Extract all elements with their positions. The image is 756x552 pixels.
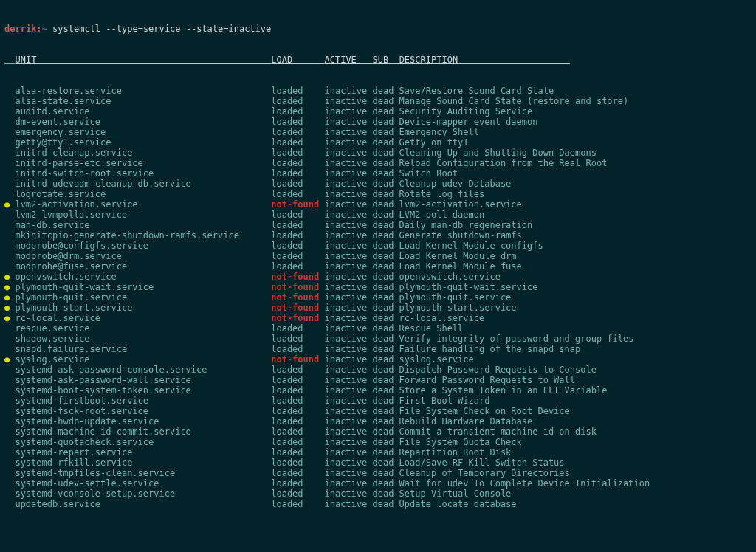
bullet-icon: ● bbox=[4, 344, 10, 354]
description: plymouth-start.service bbox=[399, 303, 517, 313]
bullet-icon: ● bbox=[4, 220, 10, 230]
description: lvm2-activation.service bbox=[399, 199, 522, 210]
sub-state: dead bbox=[372, 365, 399, 375]
active-state: inactive bbox=[324, 230, 372, 241]
sub-state: dead bbox=[372, 416, 399, 427]
load-state: loaded bbox=[271, 416, 324, 427]
prompt-line: derrik:~ systemctl --type=service --stat… bbox=[4, 24, 752, 34]
active-state: inactive bbox=[324, 117, 372, 127]
bullet-icon: ● bbox=[4, 375, 10, 385]
active-state: inactive bbox=[324, 499, 372, 509]
active-state: inactive bbox=[324, 416, 372, 427]
table-row: ● man-db.service loaded inactive dead Da… bbox=[4, 220, 752, 230]
unit-name: initrd-parse-etc.service bbox=[15, 158, 271, 168]
unit-name: shadow.service bbox=[15, 334, 271, 344]
load-state: loaded bbox=[271, 189, 324, 199]
bullet-icon: ● bbox=[4, 158, 10, 168]
active-state: inactive bbox=[324, 427, 372, 437]
sub-state: dead bbox=[372, 385, 399, 396]
load-state: loaded bbox=[271, 179, 324, 189]
load-state: loaded bbox=[271, 385, 324, 396]
unit-name: systemd-ask-password-wall.service bbox=[15, 375, 271, 385]
load-state: loaded bbox=[271, 323, 324, 334]
bullet-icon: ● bbox=[4, 230, 10, 241]
description: Generate shutdown-ramfs bbox=[399, 230, 522, 241]
table-row: ● initrd-udevadm-cleanup-db.service load… bbox=[4, 179, 752, 189]
active-state: inactive bbox=[324, 179, 372, 189]
active-state: inactive bbox=[324, 272, 372, 282]
load-state: loaded bbox=[271, 458, 324, 468]
unit-name: emergency.service bbox=[15, 127, 271, 137]
bullet-icon: ● bbox=[4, 272, 10, 282]
description: Cleanup of Temporary Directories bbox=[399, 468, 570, 478]
unit-name: initrd-switch-root.service bbox=[15, 168, 271, 179]
active-state: inactive bbox=[324, 148, 372, 158]
unit-name: systemd-fsck-root.service bbox=[15, 406, 271, 416]
terminal[interactable]: derrik:~ systemctl --type=service --stat… bbox=[0, 0, 756, 552]
table-row: ● logrotate.service loaded inactive dead… bbox=[4, 189, 752, 199]
active-state: inactive bbox=[324, 96, 372, 106]
unit-name: systemd-machine-id-commit.service bbox=[15, 427, 271, 437]
bullet-icon: ● bbox=[4, 282, 10, 292]
description: Switch Root bbox=[399, 168, 458, 179]
sub-state: dead bbox=[372, 396, 399, 406]
active-state: inactive bbox=[324, 406, 372, 416]
active-state: inactive bbox=[324, 489, 372, 499]
table-row: ● initrd-cleanup.service loaded inactive… bbox=[4, 148, 752, 158]
load-state: not-found bbox=[271, 313, 324, 323]
table-row: ● plymouth-quit-wait.service not-found i… bbox=[4, 282, 752, 292]
table-row: ● systemd-ask-password-console.service l… bbox=[4, 365, 752, 375]
bullet-icon: ● bbox=[4, 396, 10, 406]
load-state: loaded bbox=[271, 230, 324, 241]
bullet-icon: ● bbox=[4, 137, 10, 148]
prompt-user: derrik bbox=[4, 24, 36, 34]
description: plymouth-quit.service bbox=[399, 292, 512, 303]
bullet-icon: ● bbox=[4, 96, 10, 106]
unit-name: alsa-state.service bbox=[15, 96, 271, 106]
table-row: ● getty@tty1.service loaded inactive dea… bbox=[4, 137, 752, 148]
bullet-icon: ● bbox=[4, 499, 10, 509]
description: File System Check on Root Device bbox=[399, 406, 570, 416]
load-state: loaded bbox=[271, 365, 324, 375]
active-state: inactive bbox=[324, 313, 372, 323]
load-state: loaded bbox=[271, 86, 324, 96]
sub-state: dead bbox=[372, 303, 399, 313]
table-row: ● systemd-hwdb-update.service loaded ina… bbox=[4, 416, 752, 427]
table-header: UNIT LOAD ACTIVE SUB DESCRIPTION bbox=[4, 55, 752, 65]
unit-name: logrotate.service bbox=[15, 189, 271, 199]
table-row: ● syslog.service not-found inactive dead… bbox=[4, 354, 752, 365]
sub-state: dead bbox=[372, 447, 399, 458]
active-state: inactive bbox=[324, 365, 372, 375]
bullet-icon: ● bbox=[4, 416, 10, 427]
prompt-path: ~ bbox=[42, 24, 47, 34]
table-row: ● systemd-tmpfiles-clean.service loaded … bbox=[4, 468, 752, 478]
bullet-icon: ● bbox=[4, 447, 10, 458]
bullet-icon: ● bbox=[4, 106, 10, 117]
unit-name: alsa-restore.service bbox=[15, 86, 271, 96]
active-state: inactive bbox=[324, 334, 372, 344]
sub-state: dead bbox=[372, 220, 399, 230]
description: Store a System Token in an EFI Variable bbox=[399, 385, 608, 396]
table-row: ● systemd-fsck-root.service loaded inact… bbox=[4, 406, 752, 416]
unit-name: snapd.failure.service bbox=[15, 344, 271, 354]
bullet-icon: ● bbox=[4, 241, 10, 251]
table-row: ● systemd-udev-settle.service loaded ina… bbox=[4, 478, 752, 489]
load-state: loaded bbox=[271, 96, 324, 106]
unit-name: mkinitcpio-generate-shutdown-ramfs.servi… bbox=[15, 230, 271, 241]
sub-state: dead bbox=[372, 313, 399, 323]
active-state: inactive bbox=[324, 210, 372, 220]
load-state: loaded bbox=[271, 447, 324, 458]
table-row: ● modprobe@configfs.service loaded inact… bbox=[4, 241, 752, 251]
load-state: not-found bbox=[271, 354, 324, 365]
table-row: ● rescue.service loaded inactive dead Re… bbox=[4, 323, 752, 334]
bullet-icon: ● bbox=[4, 179, 10, 189]
bullet-icon: ● bbox=[4, 261, 10, 272]
description: Load Kernel Module drm bbox=[399, 251, 517, 261]
active-state: inactive bbox=[324, 375, 372, 385]
active-state: inactive bbox=[324, 437, 372, 447]
sub-state: dead bbox=[372, 427, 399, 437]
sub-state: dead bbox=[372, 137, 399, 148]
table-row: ● systemd-firstboot.service loaded inact… bbox=[4, 396, 752, 406]
bullet-icon: ● bbox=[4, 468, 10, 478]
unit-name: initrd-udevadm-cleanup-db.service bbox=[15, 179, 271, 189]
